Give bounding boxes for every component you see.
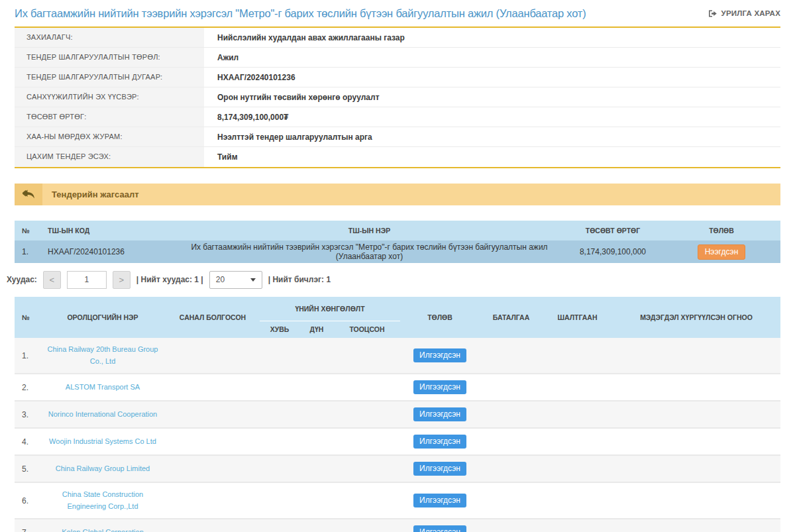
detail-row-number: ТЕНДЕР ШАЛГАРУУЛАЛТЫН ДУГААР: НХААГ/2024… <box>15 68 780 87</box>
status-badge-open: Нээгдсэн <box>698 244 746 260</box>
col-header-status: ТӨЛӨВ <box>400 297 480 338</box>
participant-index: 2. <box>15 374 40 401</box>
page-number-input[interactable] <box>67 271 107 289</box>
participant-row: 3. Norinco International Cooperation Илг… <box>15 401 780 428</box>
view-invitation-link[interactable]: УРИЛГА ХАРАХ <box>708 9 780 18</box>
calculated-cell <box>334 374 400 401</box>
participant-row: 5. China Railway Group Limited Илгээгдсэ… <box>15 455 780 482</box>
participant-row: 1. China Railway 20th Bureau Group Co., … <box>15 338 780 374</box>
reason-cell <box>543 338 612 374</box>
proposed-cell <box>166 338 260 374</box>
participant-index: 7. <box>15 519 40 532</box>
view-invitation-label: УРИЛГА ХАРАХ <box>721 9 780 17</box>
notice-date-cell <box>612 455 780 482</box>
calculated-cell <box>334 482 400 519</box>
reply-arrow-icon <box>23 189 35 199</box>
guarantee-cell <box>480 519 543 532</box>
participants-table: № ОРОЛЦОГЧИЙН НЭР САНАЛ БОЛГОСОН ҮНИЙН Х… <box>15 297 780 532</box>
detail-value: Ажил <box>204 48 780 67</box>
participant-name-link[interactable]: ALSTOM Transport SA <box>66 383 140 391</box>
detail-row-budget: ТӨСӨВТ ӨРТӨГ: 8,174,309,100,000₮ <box>15 107 780 127</box>
proposed-cell <box>166 428 260 455</box>
status-badge-sent: Илгээгдсэн <box>413 525 466 532</box>
amount-cell <box>299 374 334 401</box>
notice-date-cell <box>612 428 780 455</box>
col-header-num: № <box>15 221 40 240</box>
tender-row-name: Их багтаамжийн нийтийн тээврийн хэрэгсэл… <box>176 240 563 263</box>
detail-label: ЦАХИМ ТЕНДЕР ЭСЭХ: <box>15 147 204 167</box>
col-header-num: № <box>15 297 40 338</box>
proposed-cell <box>166 374 260 401</box>
col-header-proposed: САНАЛ БОЛГОСОН <box>166 297 260 338</box>
col-header-code: ТШ-ЫН КОД <box>40 221 176 240</box>
amount-cell <box>299 338 334 374</box>
calculated-cell <box>334 401 400 428</box>
pagination: Хуудас: < > | Нийт хуудас: 1 | 20 | Нийт… <box>7 270 780 289</box>
participant-name-link[interactable]: China Railway Group Limited <box>56 464 150 472</box>
tender-details-table: ЗАХИАЛАГЧ: Нийслэлийн худалдан авах ажил… <box>15 27 780 168</box>
amount-cell <box>299 401 334 428</box>
prev-page-button[interactable]: < <box>43 271 61 289</box>
detail-value: Тийм <box>204 147 780 167</box>
sign-out-icon <box>708 9 717 18</box>
amount-cell <box>299 428 334 455</box>
col-header-guarantee: БАТАЛГАА <box>480 297 543 338</box>
participant-index: 4. <box>15 428 40 455</box>
section-title: Тендерийн жагсаалт <box>52 189 139 199</box>
amount-cell <box>299 482 334 519</box>
participant-index: 1. <box>15 338 40 374</box>
col-header-percent: ХУВЬ <box>260 321 299 338</box>
participant-row: 6. China State Construction Engineering … <box>15 482 780 519</box>
detail-row-procedure: ХАА-НЫ МӨРДӨХ ЖУРАМ: Нээлттэй тендер шал… <box>15 127 780 147</box>
col-header-participant-name: ОРОЛЦОГЧИЙН НЭР <box>40 297 166 338</box>
amount-cell <box>299 519 334 532</box>
notice-date-cell <box>612 519 780 532</box>
detail-row-client: ЗАХИАЛАГЧ: Нийслэлийн худалдан авах ажил… <box>15 28 780 48</box>
status-badge-sent: Илгээгдсэн <box>413 435 466 449</box>
detail-value: Нээлттэй тендер шалгаруулалтын арга <box>204 127 780 146</box>
participant-row: 2. ALSTOM Transport SA Илгээгдсэн <box>15 374 780 401</box>
detail-label: ЗАХИАЛАГЧ: <box>15 28 204 47</box>
total-records-label: | Нийт бичлэг: 1 <box>268 275 331 284</box>
back-button[interactable] <box>15 184 42 205</box>
participant-name-link[interactable]: Norinco International Cooperation <box>48 410 158 418</box>
tender-row-budget: 8,174,309,100,000 <box>563 240 662 263</box>
percent-cell <box>260 482 299 519</box>
guarantee-cell <box>480 338 543 374</box>
participants-header-row-1: № ОРОЛЦОГЧИЙН НЭР САНАЛ БОЛГОСОН ҮНИЙН Х… <box>15 297 780 321</box>
col-header-calculated: ТООЦСОН <box>334 321 400 338</box>
detail-row-etender: ЦАХИМ ТЕНДЕР ЭСЭХ: Тийм <box>15 147 780 167</box>
guarantee-cell <box>480 374 543 401</box>
tender-row[interactable]: 1. НХААГ/20240101236 Их багтаамжийн нийт… <box>15 240 780 263</box>
page-size-select[interactable]: 20 <box>209 271 262 289</box>
calculated-cell <box>334 338 400 374</box>
pagination-label: Хуудас: <box>7 275 37 284</box>
calculated-cell <box>334 455 400 482</box>
participant-index: 3. <box>15 401 40 428</box>
detail-label: ТЕНДЕР ШАЛГАРУУЛАЛТЫН ДУГААР: <box>15 68 204 87</box>
participant-name-link[interactable]: Kolon Global Corporation <box>62 528 144 532</box>
participant-name-link[interactable]: Woojin Industrial Systems Co Ltd <box>49 437 156 445</box>
tender-table-header-row: № ТШ-ЫН КОД ТШ-ЫН НЭР ТӨСӨВТ ӨРТӨГ ТӨЛӨВ <box>15 221 780 240</box>
reason-cell <box>543 374 612 401</box>
detail-value: 8,174,309,100,000₮ <box>204 107 780 127</box>
col-header-name: ТШ-ЫН НЭР <box>176 221 563 240</box>
percent-cell <box>260 401 299 428</box>
participant-name-link[interactable]: China State Construction Engineering Cor… <box>62 490 143 510</box>
detail-label: ХАА-НЫ МӨРДӨХ ЖУРАМ: <box>15 127 204 146</box>
detail-label: САНХҮҮЖИЛТИЙН ЭХ ҮҮСВЭР: <box>15 87 204 107</box>
percent-cell <box>260 428 299 455</box>
participant-name-link[interactable]: China Railway 20th Bureau Group Co., Ltd <box>48 345 158 365</box>
next-page-button[interactable]: > <box>113 271 131 289</box>
guarantee-cell <box>480 455 543 482</box>
proposed-cell <box>166 482 260 519</box>
reason-cell <box>543 401 612 428</box>
tender-row-index: 1. <box>15 240 40 263</box>
proposed-cell <box>166 401 260 428</box>
col-header-amount: ДҮН <box>299 321 334 338</box>
calculated-cell <box>334 519 400 532</box>
notice-date-cell <box>612 338 780 374</box>
status-badge-sent: Илгээгдсэн <box>413 462 466 476</box>
detail-value: Нийслэлийн худалдан авах ажиллагааны газ… <box>204 28 780 47</box>
detail-value: НХААГ/20240101236 <box>204 68 780 87</box>
